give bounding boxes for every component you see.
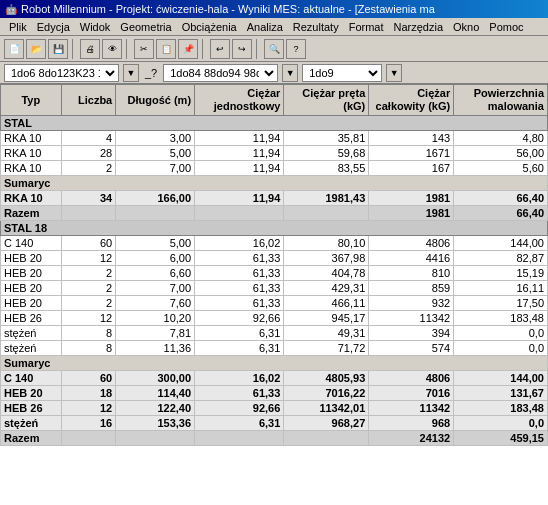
right-combo-arrow[interactable]: ▼ xyxy=(386,64,402,82)
cell-ciezar-c: 4806 xyxy=(369,236,454,251)
menu-format[interactable]: Format xyxy=(344,20,389,34)
cell-liczba xyxy=(61,206,116,221)
cell-liczba: 28 xyxy=(61,146,116,161)
menu-geometria[interactable]: Geometria xyxy=(115,20,176,34)
cell-typ: HEB 26 xyxy=(1,401,62,416)
table-row: stężeń 16 153,36 6,31 968,27 968 0,0 xyxy=(1,416,548,431)
table-row: RKA 10 2 7,00 11,94 83,55 167 5,60 xyxy=(1,161,548,176)
cell-typ: RKA 10 xyxy=(1,146,62,161)
app-icon: 🤖 xyxy=(5,4,17,15)
menu-edycja[interactable]: Edycja xyxy=(32,20,75,34)
cell-ciezar-c: 11342 xyxy=(369,311,454,326)
table-row: C 140 60 5,00 16,02 80,10 4806 144,00 xyxy=(1,236,548,251)
menu-bar: Plik Edycja Widok Geometria Obciążenia A… xyxy=(0,18,548,36)
menu-analiza[interactable]: Analiza xyxy=(242,20,288,34)
save-button[interactable]: 💾 xyxy=(48,39,68,59)
summary-label: Sumaryc xyxy=(1,176,548,191)
redo-button[interactable]: ↪ xyxy=(232,39,252,59)
table-row: Razem 1981 66,40 xyxy=(1,206,548,221)
cell-ciezar-p: 404,78 xyxy=(284,266,369,281)
cell-ciezar-p: 945,17 xyxy=(284,311,369,326)
cell-ciezar-c: 810 xyxy=(369,266,454,281)
menu-plik[interactable]: Plik xyxy=(4,20,32,34)
cell-ciezar-j xyxy=(195,206,284,221)
separator-1 xyxy=(72,39,76,59)
cell-ciezar-j: 11,94 xyxy=(195,161,284,176)
help-button[interactable]: ? xyxy=(286,39,306,59)
title-bar: 🤖 Robot Millennium - Projekt: ćwiczenie-… xyxy=(0,0,548,18)
cell-ciezar-c: 859 xyxy=(369,281,454,296)
menu-pomoc[interactable]: Pomoc xyxy=(484,20,528,34)
preview-button[interactable]: 👁 xyxy=(102,39,122,59)
cell-pow: 17,50 xyxy=(454,296,548,311)
header-ciezar-c: Ciężar całkowity (kG) xyxy=(369,85,454,116)
cell-dlugosc: 153,36 xyxy=(116,416,195,431)
cell-dlugosc: 166,00 xyxy=(116,191,195,206)
cell-liczba: 8 xyxy=(61,326,116,341)
cell-liczba: 2 xyxy=(61,296,116,311)
cell-typ: HEB 20 xyxy=(1,266,62,281)
cell-ciezar-p: 49,31 xyxy=(284,326,369,341)
cell-ciezar-p: 466,11 xyxy=(284,296,369,311)
cell-dlugosc: 7,00 xyxy=(116,161,195,176)
cell-ciezar-j xyxy=(195,431,284,446)
cell-liczba: 60 xyxy=(61,371,116,386)
cell-pow: 66,40 xyxy=(454,191,548,206)
table-row: Sumaryc xyxy=(1,176,548,191)
menu-obciazenia[interactable]: Obciążenia xyxy=(177,20,242,34)
results-table: Typ Liczba Długość (m) Ciężar jednostkow… xyxy=(0,84,548,446)
cell-ciezar-p: 11342,01 xyxy=(284,401,369,416)
cell-liczba: 8 xyxy=(61,341,116,356)
mid-combo[interactable]: 1do84 88do94 98d xyxy=(163,64,278,82)
new-button[interactable]: 📄 xyxy=(4,39,24,59)
right-combo[interactable]: 1do9 xyxy=(302,64,382,82)
cell-dlugosc: 300,00 xyxy=(116,371,195,386)
table-header-row: Typ Liczba Długość (m) Ciężar jednostkow… xyxy=(1,85,548,116)
cut-button[interactable]: ✂ xyxy=(134,39,154,59)
cell-pow: 82,87 xyxy=(454,251,548,266)
cell-dlugosc: 5,00 xyxy=(116,146,195,161)
cell-liczba: 12 xyxy=(61,251,116,266)
mid-combo-arrow[interactable]: ▼ xyxy=(282,64,298,82)
undo-button[interactable]: ↩ xyxy=(210,39,230,59)
cell-ciezar-j: 92,66 xyxy=(195,311,284,326)
cell-ciezar-c: 394 xyxy=(369,326,454,341)
cell-ciezar-p: 59,68 xyxy=(284,146,369,161)
cell-dlugosc xyxy=(116,431,195,446)
cell-ciezar-c: 11342 xyxy=(369,401,454,416)
menu-narzedzia[interactable]: Narzędzia xyxy=(389,20,449,34)
menu-rezultaty[interactable]: Rezultaty xyxy=(288,20,344,34)
cell-ciezar-c: 932 xyxy=(369,296,454,311)
cell-ciezar-j: 61,33 xyxy=(195,266,284,281)
cell-liczba: 16 xyxy=(61,416,116,431)
cell-ciezar-p xyxy=(284,431,369,446)
cell-liczba: 2 xyxy=(61,266,116,281)
print-button[interactable]: 🖨 xyxy=(80,39,100,59)
table-row: RKA 10 34 166,00 11,94 1981,43 1981 66,4… xyxy=(1,191,548,206)
copy-button[interactable]: 📋 xyxy=(156,39,176,59)
combo-separator: _? xyxy=(143,67,159,79)
cell-ciezar-j: 61,33 xyxy=(195,386,284,401)
cell-ciezar-j: 16,02 xyxy=(195,371,284,386)
cell-ciezar-j: 6,31 xyxy=(195,326,284,341)
cell-ciezar-c: 1981 xyxy=(369,191,454,206)
paste-button[interactable]: 📌 xyxy=(178,39,198,59)
cell-typ: Razem xyxy=(1,431,62,446)
menu-okno[interactable]: Okno xyxy=(448,20,484,34)
cell-ciezar-c: 143 xyxy=(369,131,454,146)
table-row: HEB 20 2 7,00 61,33 429,31 859 16,11 xyxy=(1,281,548,296)
cell-ciezar-p: 968,27 xyxy=(284,416,369,431)
cell-ciezar-c: 4806 xyxy=(369,371,454,386)
open-button[interactable]: 📂 xyxy=(26,39,46,59)
left-combo-arrow[interactable]: ▼ xyxy=(123,64,139,82)
table-row: stężeń 8 11,36 6,31 71,72 574 0,0 xyxy=(1,341,548,356)
zoom-button[interactable]: 🔍 xyxy=(264,39,284,59)
table-row: HEB 20 2 6,60 61,33 404,78 810 15,19 xyxy=(1,266,548,281)
cell-ciezar-c: 7016 xyxy=(369,386,454,401)
cell-typ: stężeń xyxy=(1,326,62,341)
cell-typ: stężeń xyxy=(1,341,62,356)
cell-ciezar-c: 167 xyxy=(369,161,454,176)
menu-widok[interactable]: Widok xyxy=(75,20,116,34)
cell-ciezar-c: 574 xyxy=(369,341,454,356)
left-combo[interactable]: 1do6 8do123K23 1 xyxy=(4,64,119,82)
